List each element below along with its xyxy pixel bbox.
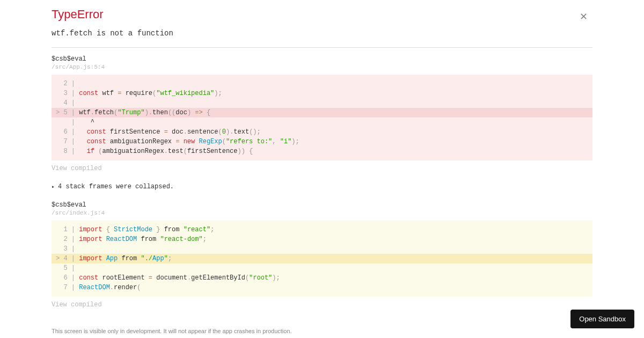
- code-block: 1 | import { StrictMode } from "react"; …: [52, 221, 592, 297]
- collapsed-frames-toggle[interactable]: 4 stack frames were collapsed.: [52, 183, 592, 190]
- frame-label: $csb$eval: [52, 55, 592, 63]
- footer-line: Open your browser's developer console to…: [52, 336, 592, 338]
- code-line: 7 | ReactDOM.render(: [52, 283, 592, 292]
- error-type: TypeError: [52, 8, 592, 21]
- frame-label: $csb$eval: [52, 201, 592, 209]
- error-message: wtf.fetch is not a function: [52, 29, 592, 38]
- footer-line: This screen is visible only in developme…: [52, 327, 592, 336]
- code-line: > 5 | wtf.fetch("Trump").then((doc) => {: [52, 108, 592, 117]
- code-line: 6 | const firstSentence = doc.sentence(0…: [52, 127, 592, 137]
- code-line: 4 |: [52, 98, 592, 108]
- code-line: 6 | const rootElement = document.getElem…: [52, 273, 592, 283]
- code-line: 1 | import { StrictMode } from "react";: [52, 225, 592, 234]
- view-compiled-link[interactable]: View compiled: [52, 165, 102, 172]
- code-line: 5 |: [52, 263, 592, 273]
- code-line: 7 | const ambiguationRegex = new RegExp(…: [52, 137, 592, 146]
- code-line: > 4 | import App from "./App";: [52, 254, 592, 263]
- error-overlay: TypeError wtf.fetch is not a function $c…: [0, 0, 644, 338]
- code-line: 8 | if (ambiguationRegex.test(firstSente…: [52, 146, 592, 156]
- frame-location: /src/index.js:4: [52, 210, 592, 216]
- footer-text: This screen is visible only in developme…: [52, 327, 592, 338]
- divider: [52, 47, 592, 48]
- code-block: 2 | 3 | const wtf = require("wtf_wikiped…: [52, 75, 592, 160]
- open-sandbox-button[interactable]: Open Sandbox: [570, 310, 634, 328]
- code-line: 3 | const wtf = require("wtf_wikipedia")…: [52, 89, 592, 98]
- frame-location: /src/App.js:5:4: [52, 64, 592, 70]
- code-line: 3 |: [52, 244, 592, 254]
- code-line: 2 |: [52, 79, 592, 89]
- code-line: 2 | import ReactDOM from "react-dom";: [52, 234, 592, 244]
- view-compiled-link[interactable]: View compiled: [52, 301, 102, 308]
- code-line: | ^: [52, 117, 592, 127]
